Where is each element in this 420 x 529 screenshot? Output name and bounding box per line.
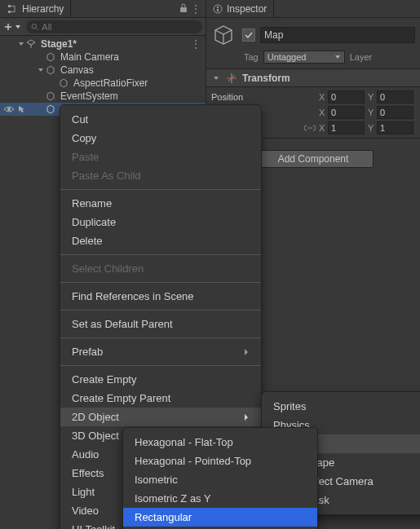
gameobject-name-input[interactable]	[260, 27, 415, 43]
menu-item-label: Find References in Scene	[72, 290, 194, 302]
context-menu-item[interactable]: Delete	[60, 231, 261, 250]
gameobject-icon	[46, 104, 57, 114]
rotation-y-input[interactable]	[377, 106, 413, 119]
gameobject-icon	[46, 65, 57, 75]
context-menu-item[interactable]: Rename	[60, 194, 261, 213]
context-menu-item[interactable]: Copy	[60, 129, 261, 148]
menu-separator	[60, 254, 261, 255]
menu-item-label: Cut	[72, 113, 88, 126]
scene-menu-icon[interactable]: ⋮	[191, 38, 206, 50]
submenu-tilemap-item[interactable]: Hexagonal - Flat-Top	[123, 433, 317, 452]
position-row: Position X Y	[211, 90, 415, 104]
menu-item-label: Copy	[72, 132, 96, 144]
scale-y-input[interactable]	[377, 121, 413, 134]
tree-item-main-camera[interactable]: Main Camera	[0, 51, 206, 64]
position-label: Position	[211, 92, 301, 102]
menu-item-label: Audio	[72, 448, 99, 461]
menu-separator	[60, 365, 261, 366]
search-input[interactable]	[42, 22, 197, 32]
context-menu-item[interactable]: Set as Default Parent	[60, 315, 261, 333]
foldout-icon[interactable]	[211, 75, 221, 82]
menu-item-label: Paste	[72, 151, 99, 163]
context-menu-item[interactable]: Prefab	[60, 342, 261, 361]
position-x-input[interactable]	[328, 90, 365, 104]
menu-item-label: Create Empty Parent	[72, 392, 170, 404]
lock-icon[interactable]	[179, 3, 188, 15]
svg-rect-2	[180, 7, 187, 12]
tree-label: EventSystem	[60, 90, 118, 102]
tree-item-eventsystem[interactable]: EventSystem	[0, 90, 206, 103]
layer-label: Layer	[350, 52, 373, 62]
menu-item-label: Create Empty	[72, 373, 136, 386]
menu-item-label: Hexagonal - Pointed-Top	[135, 455, 251, 467]
submenu-tilemap-item[interactable]: Isometric Z as Y	[123, 489, 317, 508]
menu-item-label: Isometric	[135, 474, 178, 486]
tree-item-canvas[interactable]: Canvas	[0, 64, 206, 77]
tree-label: AspectRatioFixer	[73, 77, 148, 89]
context-menu-item[interactable]: 2D Object	[60, 408, 261, 426]
inspector-icon	[213, 4, 223, 14]
panel-menu-icon[interactable]: ⋮	[191, 3, 201, 15]
foldout-icon[interactable]	[36, 67, 46, 73]
menu-item-label: Light	[72, 486, 95, 498]
gameobject-icon	[59, 78, 70, 88]
visibility-icon[interactable]	[3, 105, 15, 113]
hierarchy-tab[interactable]: Hierarchy	[0, 0, 71, 17]
unity-scene-icon	[26, 39, 38, 49]
context-menu-item: Paste As Child	[60, 166, 261, 185]
gameobject-icon-large[interactable]	[211, 23, 236, 47]
tag-label: Tag	[244, 52, 259, 62]
svg-rect-0	[8, 5, 11, 7]
rotation-x-input[interactable]	[328, 106, 365, 119]
scene-row[interactable]: Stage1* ⋮	[0, 37, 206, 51]
submenu-tilemap-item[interactable]: Hexagonal - Pointed-Top	[123, 452, 317, 470]
menu-item-label: Video	[72, 505, 99, 517]
menu-item-label: Sprites	[273, 400, 306, 412]
context-menu-item[interactable]: Duplicate	[60, 213, 261, 231]
scale-x-input[interactable]	[328, 121, 365, 134]
svg-point-3	[32, 24, 36, 28]
context-menu-item[interactable]: Create Empty	[60, 370, 261, 389]
gameobject-header: Tag Untagged Layer	[206, 18, 420, 69]
menu-item-label: Hexagonal - Flat-Top	[135, 436, 233, 448]
component-title: Transform	[242, 73, 290, 84]
submenu-tilemap-item[interactable]: Rectangular	[123, 508, 317, 527]
scene-label: Stage1*	[41, 38, 77, 50]
menu-item-label: Effects	[72, 467, 104, 479]
menu-item-label: 2D Object	[72, 411, 119, 423]
submenu-2d-item[interactable]: Sprites	[262, 397, 420, 416]
menu-separator	[60, 310, 261, 311]
svg-rect-6	[217, 7, 219, 8]
menu-item-label: 3D Object	[72, 430, 119, 442]
foldout-icon[interactable]	[16, 41, 26, 47]
context-menu-item[interactable]: Cut	[60, 110, 261, 129]
menu-separator	[60, 282, 261, 283]
constrain-icon[interactable]	[304, 124, 316, 132]
svg-rect-1	[8, 11, 11, 13]
pickable-icon[interactable]	[17, 105, 27, 113]
gameobject-icon	[46, 52, 57, 62]
svg-point-4	[7, 108, 11, 111]
menu-item-label: Select Children	[72, 262, 144, 275]
inspector-tab[interactable]: Inspector	[206, 0, 274, 17]
create-dropdown[interactable]	[3, 22, 21, 32]
tag-dropdown[interactable]: Untagged	[263, 51, 345, 64]
inspector-tabbar: Inspector	[206, 0, 420, 18]
transform-component-header[interactable]: Transform	[206, 69, 420, 87]
inspector-tab-label: Inspector	[227, 3, 267, 15]
add-component-button[interactable]: Add Component	[253, 150, 374, 168]
position-y-input[interactable]	[377, 90, 413, 104]
submenu-arrow-icon	[243, 413, 250, 421]
submenu-tilemap: Hexagonal - Flat-TopHexagonal - Pointed-…	[122, 427, 318, 529]
submenu-tilemap-item[interactable]: Isometric	[123, 470, 317, 489]
gameobject-active-checkbox[interactable]	[242, 29, 255, 42]
search-icon	[31, 23, 38, 31]
menu-item-label: Duplicate	[72, 216, 116, 228]
hierarchy-icon	[7, 3, 18, 15]
hierarchy-search[interactable]	[26, 20, 202, 33]
tree-label: Canvas	[60, 64, 94, 76]
context-menu-item[interactable]: Create Empty Parent	[60, 389, 261, 408]
menu-item-label: Set as Default Parent	[72, 318, 173, 330]
tree-item-aspectratiofixer[interactable]: AspectRatioFixer	[0, 77, 206, 90]
context-menu-item[interactable]: Find References in Scene	[60, 287, 261, 306]
